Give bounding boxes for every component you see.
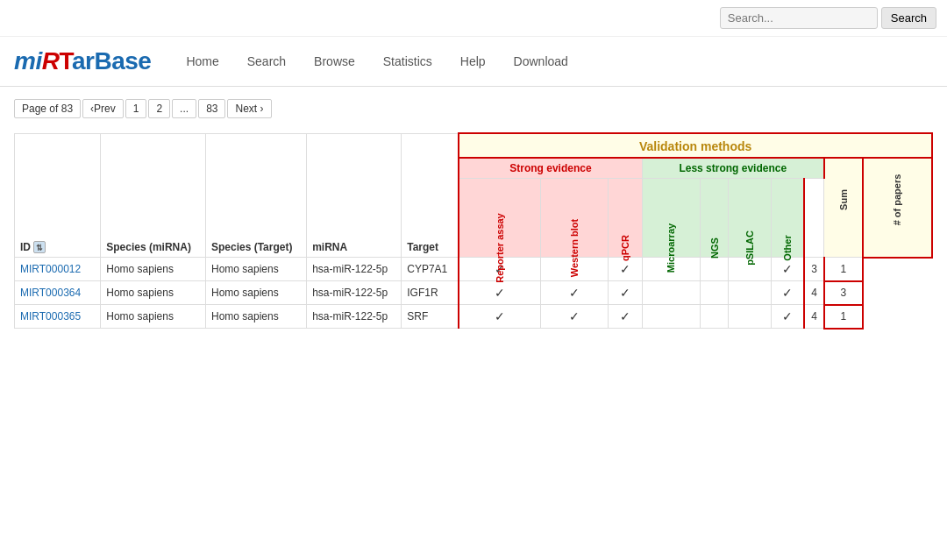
table-row: MIRT000364 Homo sapiens Homo sapiens hsa…	[15, 281, 933, 305]
top-search-box: Search	[720, 7, 936, 29]
species-mirna-header: Species (miRNA)	[106, 241, 191, 253]
main-content: Page of 83 ‹Prev 1 2 ... 83 Next › ID ⇅	[0, 87, 947, 342]
target-header: Target	[407, 241, 438, 253]
sum-header: Sum	[829, 192, 858, 253]
page-1-button[interactable]: 1	[125, 99, 147, 118]
top-bar: Search	[0, 0, 947, 37]
logo: miRTarBase	[14, 37, 151, 86]
row-species-mirna: Homo sapiens	[101, 258, 206, 281]
id-link[interactable]: MIRT000365	[20, 310, 81, 323]
row-target: IGF1R	[402, 281, 459, 305]
row-id: MIRT000365	[15, 305, 101, 329]
row-mirna: hsa-miR-122-5p	[307, 258, 402, 281]
row-species-target: Homo sapiens	[205, 281, 306, 305]
papers-cell: 1	[824, 305, 863, 329]
nav-help[interactable]: Help	[460, 39, 486, 84]
qpcr-cell: ✓	[609, 305, 642, 329]
id-link[interactable]: MIRT000012	[20, 263, 81, 275]
page-2-button[interactable]: 2	[148, 99, 170, 118]
prev-page-button[interactable]: ‹Prev	[82, 99, 124, 118]
strong-evidence-label: Strong evidence	[509, 162, 591, 174]
nav-search[interactable]: Search	[247, 39, 286, 84]
row-mirna: hsa-miR-122-5p	[307, 305, 402, 329]
ngs-header: NGS	[702, 183, 725, 253]
less-strong-evidence-label: Less strong evidence	[679, 162, 787, 174]
id-header: ID ⇅	[20, 241, 95, 253]
sum-cell: 3	[804, 258, 824, 281]
row-species-target: Homo sapiens	[205, 305, 306, 329]
psilac-cell	[728, 281, 771, 305]
row-species-target: Homo sapiens	[205, 258, 306, 281]
nav-browse[interactable]: Browse	[314, 39, 355, 84]
table-wrapper: ID ⇅ Species (miRNA) Species (Target) mi…	[14, 132, 933, 330]
other-cell: ✓	[771, 305, 804, 329]
sort-icon[interactable]: ⇅	[33, 241, 46, 253]
papers-cell: 3	[824, 281, 863, 305]
reporter-assay-cell: ✓	[459, 281, 540, 305]
reporter-assay-cell: ✓	[459, 305, 540, 329]
psilac-cell	[728, 305, 771, 329]
papers-cell: 1	[824, 258, 863, 281]
row-target: CYP7A1	[402, 258, 459, 281]
papers-header: # of papers	[867, 192, 928, 253]
pagination: Page of 83 ‹Prev 1 2 ... 83 Next ›	[14, 99, 933, 118]
row-target: SRF	[402, 305, 459, 329]
microarray-header: Microarray	[644, 183, 699, 253]
species-target-header: Species (Target)	[211, 241, 292, 253]
western-blot-cell: ✓	[540, 281, 609, 305]
id-label: ID	[20, 241, 31, 253]
nav-download[interactable]: Download	[514, 39, 568, 84]
id-link[interactable]: MIRT000364	[20, 287, 81, 299]
other-cell: ✓	[771, 281, 804, 305]
qpcr-header: qPCR	[610, 183, 639, 253]
other-header: Other	[773, 183, 802, 253]
ngs-cell	[701, 305, 728, 329]
table-row: MIRT000365 Homo sapiens Homo sapiens hsa…	[15, 305, 933, 329]
nav-statistics[interactable]: Statistics	[383, 39, 432, 84]
nav-links: Home Search Browse Statistics Help Downl…	[186, 39, 567, 84]
row-id: MIRT000364	[15, 281, 101, 305]
nav-home[interactable]: Home	[186, 39, 218, 84]
psilac-header: pSILAC	[730, 183, 769, 253]
row-species-mirna: Homo sapiens	[101, 305, 206, 329]
row-id: MIRT000012	[15, 258, 101, 281]
microarray-cell	[642, 305, 701, 329]
top-search-button[interactable]: Search	[881, 7, 936, 29]
western-blot-header: Western blot	[543, 183, 607, 253]
validation-methods-title: Validation methods	[639, 139, 751, 153]
ngs-cell	[701, 258, 728, 281]
reporter-assay-header: Reporter assay	[461, 183, 538, 253]
row-species-mirna: Homo sapiens	[101, 281, 206, 305]
page-info: Page of 83	[14, 99, 81, 118]
last-page-button[interactable]: 83	[198, 99, 225, 118]
western-blot-cell: ✓	[540, 305, 609, 329]
ellipsis: ...	[172, 99, 196, 118]
ngs-cell	[701, 281, 728, 305]
table-row: MIRT000012 Homo sapiens Homo sapiens hsa…	[15, 258, 933, 281]
validation-title-row: ID ⇅ Species (miRNA) Species (Target) mi…	[15, 133, 933, 158]
next-page-button[interactable]: Next ›	[227, 99, 271, 118]
microarray-cell	[642, 281, 701, 305]
mirna-header: miRNA	[312, 241, 347, 253]
sum-cell: 4	[804, 305, 824, 329]
row-mirna: hsa-miR-122-5p	[307, 281, 402, 305]
main-table: ID ⇅ Species (miRNA) Species (Target) mi…	[14, 132, 933, 330]
top-search-input[interactable]	[720, 7, 878, 29]
sum-cell: 4	[804, 281, 824, 305]
qpcr-cell: ✓	[609, 281, 642, 305]
nav-bar: miRTarBase Home Search Browse Statistics…	[0, 37, 947, 87]
